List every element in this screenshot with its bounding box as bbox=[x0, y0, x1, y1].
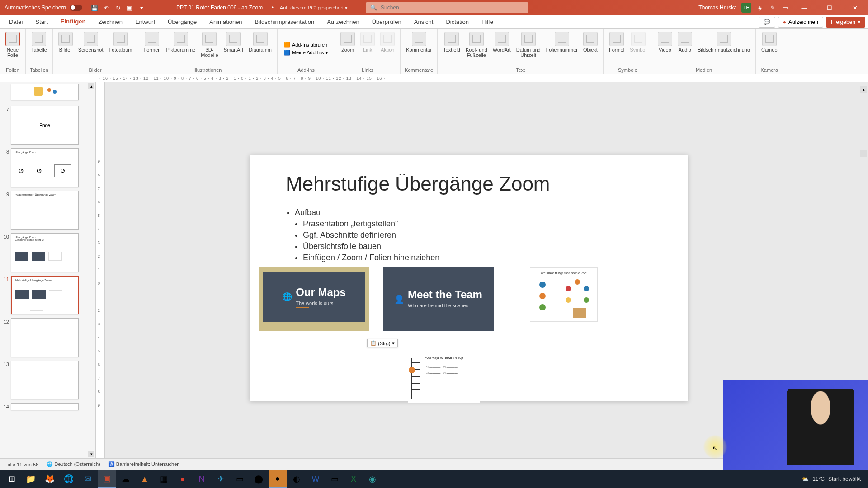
object-button[interactable]: Objekt bbox=[581, 31, 599, 66]
get-addins-button[interactable]: 🟧 Add-Ins abrufen bbox=[281, 41, 331, 49]
app-icon[interactable]: ▭ bbox=[326, 470, 344, 488]
textbox-button[interactable]: Textfeld bbox=[441, 31, 462, 66]
smartart-button[interactable]: SmartArt bbox=[222, 31, 245, 66]
user-name[interactable]: Thomas Hruska bbox=[698, 5, 737, 11]
telegram-icon[interactable]: ✈ bbox=[212, 470, 230, 488]
card-meet-team[interactable]: 👤 Meet the Team Who are behind the scene… bbox=[383, 267, 494, 331]
photoalbum-button[interactable]: Fotoalbum bbox=[107, 31, 134, 66]
firefox-icon[interactable]: 🦊 bbox=[41, 470, 59, 488]
scroll-up-icon[interactable]: ▴ bbox=[860, 86, 867, 93]
slide-thumbnail-8[interactable]: Übergänge Zoom ↺ ↺ ↺ bbox=[11, 148, 79, 187]
shapes-button[interactable]: Formen bbox=[142, 31, 163, 66]
slide-thumbnail-13[interactable] bbox=[11, 361, 79, 399]
screenrecording-button[interactable]: Bildschirmaufzeichnung bbox=[696, 31, 752, 66]
redo-icon[interactable]: ↻ bbox=[114, 4, 122, 12]
slide-thumbnail-10[interactable]: Übergänge Zoom Einfacher geht's nicht ☺ bbox=[11, 233, 79, 272]
language-indicator[interactable]: 🌐 Deutsch (Österreich) bbox=[47, 461, 100, 467]
slide-content[interactable]: Aufbau Präsentation „fertigstellen" Ggf.… bbox=[286, 208, 439, 264]
tab-animationen[interactable]: Animationen bbox=[203, 15, 248, 28]
excel-icon[interactable]: X bbox=[344, 470, 363, 488]
card-things[interactable]: We make things that people love bbox=[530, 267, 598, 322]
wordart-button[interactable]: WordArt bbox=[491, 31, 513, 66]
edge-icon[interactable]: ◉ bbox=[363, 470, 382, 488]
video-button[interactable]: Video bbox=[656, 31, 674, 66]
weather-temp[interactable]: 11°C bbox=[812, 476, 825, 482]
share-button[interactable]: Freigeben ▾ bbox=[826, 17, 865, 28]
tab-start[interactable]: Start bbox=[29, 15, 54, 28]
chart-button[interactable]: Diagramm bbox=[247, 31, 274, 66]
weather-icon[interactable]: ⛅ bbox=[802, 476, 809, 482]
screenshot-button[interactable]: Screenshot bbox=[76, 31, 105, 66]
slide-counter[interactable]: Folie 11 von 56 bbox=[5, 462, 38, 467]
user-avatar[interactable]: TH bbox=[741, 3, 751, 13]
autosave-toggle[interactable]: Automatisches Speichern bbox=[0, 5, 87, 11]
search-box[interactable]: 🔍 bbox=[366, 2, 528, 13]
vlc-icon[interactable]: ▲ bbox=[136, 470, 154, 488]
save-status[interactable]: Auf "diesem PC" gespeichert ▾ bbox=[280, 5, 348, 11]
app-icon[interactable]: ☁ bbox=[117, 470, 135, 488]
slide-title[interactable]: Mehrstufige Übergänge Zoom bbox=[286, 173, 550, 195]
datetime-button[interactable]: Datum und Uhrzeit bbox=[514, 31, 542, 66]
powerpoint-icon[interactable]: ▣ bbox=[98, 470, 116, 488]
app-icon[interactable]: ▦ bbox=[155, 470, 173, 488]
obs-icon[interactable]: ⬤ bbox=[250, 470, 268, 488]
app-icon[interactable]: ● bbox=[174, 470, 192, 488]
toggle-switch[interactable] bbox=[70, 5, 82, 11]
3d-models-button[interactable]: 3D- Modelle bbox=[199, 31, 220, 66]
my-addins-button[interactable]: 🟦 Meine Add-Ins ▾ bbox=[281, 49, 331, 56]
tab-dictation[interactable]: Dictation bbox=[439, 15, 475, 28]
word-icon[interactable]: W bbox=[307, 470, 325, 488]
app-icon[interactable]: ▭ bbox=[231, 470, 249, 488]
horizontal-ruler[interactable]: · 16 · 15 · 14 · 13 · 12 · 11 · 10 · 9 ·… bbox=[0, 74, 868, 82]
start-button[interactable]: ⊞ bbox=[3, 470, 21, 488]
onenote-icon[interactable]: N bbox=[193, 470, 211, 488]
pen-icon[interactable]: ✎ bbox=[769, 4, 777, 12]
tab-ueberpruefen[interactable]: Überprüfen bbox=[366, 15, 408, 28]
scroll-up-icon[interactable]: ▴ bbox=[88, 83, 94, 89]
file-explorer-icon[interactable]: 📁 bbox=[22, 470, 40, 488]
icons-button[interactable]: Piktogramme bbox=[164, 31, 197, 66]
tab-hilfe[interactable]: Hilfe bbox=[475, 15, 500, 28]
slide-thumbnail-14-partial[interactable] bbox=[11, 403, 79, 410]
symbol-button[interactable]: Symbol bbox=[628, 31, 648, 66]
slide-thumbnail-11[interactable]: Mehrstufige Übergänge Zoom bbox=[11, 276, 79, 314]
paste-options-tag[interactable]: 📋 (Strg) ▾ bbox=[367, 339, 398, 347]
quick-access-more-icon[interactable]: ▾ bbox=[137, 4, 146, 12]
accessibility-check[interactable]: ♿ Barrierefreiheit: Untersuchen bbox=[108, 461, 180, 467]
tab-uebergaenge[interactable]: Übergänge bbox=[161, 15, 203, 28]
tab-bildschirmpraesentation[interactable]: Bildschirmpräsentation bbox=[249, 15, 321, 28]
audio-button[interactable]: Audio bbox=[676, 31, 694, 66]
pictures-button[interactable]: Bilder bbox=[57, 31, 75, 66]
undo-icon[interactable]: ↶ bbox=[102, 4, 110, 12]
window-mode-icon[interactable]: ▭ bbox=[781, 4, 789, 12]
new-slide-button[interactable]: Neue Folie bbox=[4, 31, 22, 66]
tab-einfuegen[interactable]: Einfügen bbox=[54, 15, 92, 28]
tab-aufzeichnen[interactable]: Aufzeichnen bbox=[321, 15, 366, 28]
scroll-down-icon[interactable]: ▾ bbox=[88, 451, 94, 457]
tab-datei[interactable]: Datei bbox=[3, 15, 29, 28]
weather-text[interactable]: Stark bewölkt bbox=[828, 476, 861, 482]
outlook-icon[interactable]: ✉ bbox=[79, 470, 97, 488]
card-our-maps[interactable]: 🌐 Our Maps The worls is ours bbox=[259, 267, 369, 331]
card-ladder[interactable]: Four ways to reach the Top 01 ▬▬▬▬ 03 ▬▬… bbox=[408, 353, 480, 403]
header-footer-button[interactable]: Kopf- und Fußzeile bbox=[464, 31, 489, 66]
current-slide[interactable]: Mehrstufige Übergänge Zoom Aufbau Präsen… bbox=[250, 155, 688, 401]
app-icon[interactable]: ◐ bbox=[288, 470, 306, 488]
minimize-button[interactable]: — bbox=[794, 0, 815, 15]
slide-thumbnail-6-partial[interactable] bbox=[11, 84, 79, 100]
search-input[interactable] bbox=[381, 5, 524, 11]
present-from-start-icon[interactable]: ▣ bbox=[126, 4, 134, 12]
link-button[interactable]: Link bbox=[359, 31, 377, 66]
tab-zeichnen[interactable]: Zeichnen bbox=[92, 15, 128, 28]
vertical-ruler[interactable]: 987 654 321 012 345 678 9 bbox=[96, 82, 105, 458]
slidenumber-button[interactable]: Foliennummer bbox=[544, 31, 580, 66]
comment-button[interactable]: Kommentar bbox=[404, 31, 434, 66]
recording-icon[interactable]: ● bbox=[269, 470, 287, 488]
slide-thumbnail-9[interactable]: "Automatischer" Übergänge Zoom bbox=[11, 191, 79, 230]
formula-button[interactable]: Formel bbox=[607, 31, 626, 66]
close-button[interactable]: ✕ bbox=[844, 0, 865, 15]
save-icon[interactable]: 💾 bbox=[90, 4, 99, 12]
cameo-button[interactable]: Cameo bbox=[760, 31, 779, 66]
tab-entwurf[interactable]: Entwurf bbox=[129, 15, 161, 28]
action-button[interactable]: Aktion bbox=[378, 31, 396, 66]
